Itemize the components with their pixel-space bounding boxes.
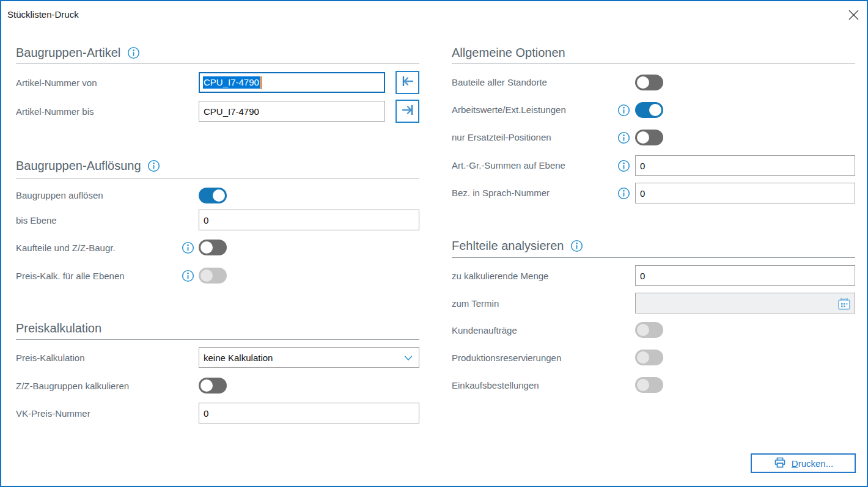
artikel-nummer-von-input[interactable]: CPU_I7-4790: [199, 72, 385, 93]
artikel-nummer-bis-input[interactable]: [199, 101, 385, 122]
field-label: Artikel-Nummer bis: [16, 106, 94, 117]
zu-kalkulierende-menge-input[interactable]: [635, 265, 855, 286]
label-rest: rucken...: [798, 458, 834, 469]
toggle-knob: [637, 324, 649, 336]
section-baugruppen-artikel: Baugruppen-Artikel: [16, 46, 140, 60]
section-title-text: Baugruppen-Artikel: [16, 46, 120, 60]
field-label: zu kalkulierende Menge: [452, 271, 548, 282]
info-icon[interactable]: [181, 241, 194, 254]
copy-from-button[interactable]: [395, 71, 419, 94]
toggle-knob: [649, 104, 661, 116]
close-button[interactable]: [845, 7, 862, 24]
toggle-knob: [213, 189, 225, 202]
close-icon: [848, 9, 859, 23]
section-divider: [16, 64, 419, 64]
preis-kalk-alle-ebenen-toggle: [199, 268, 227, 284]
drucken-button[interactable]: Drucken...: [751, 453, 856, 473]
arrow-right-to-bar-icon: [400, 102, 416, 120]
chevron-down-icon: [403, 353, 414, 365]
field-label: Baugruppen auflösen: [16, 190, 103, 201]
field-label: Kaufteile und Z/Z-Baugr.: [16, 243, 116, 254]
info-icon[interactable]: [181, 269, 194, 282]
arrow-left-to-bar-icon: [400, 73, 416, 92]
info-icon[interactable]: [147, 159, 161, 173]
section-divider: [452, 257, 855, 258]
produktionsreservierungen-toggle: [635, 350, 663, 365]
text-caret: [260, 76, 262, 89]
info-icon[interactable]: [127, 46, 140, 60]
toggle-knob: [637, 76, 649, 89]
field-label: Bauteile aller Standorte: [452, 77, 547, 88]
field-label: Kundenaufträge: [452, 325, 517, 336]
kaufteile-zz-baugr-toggle[interactable]: [199, 240, 227, 255]
field-label: nur Ersatzteil-Positionen: [452, 132, 551, 143]
section-title-text: Preiskalkulation: [16, 321, 101, 335]
section-title-text: Fehlteile analysieren: [452, 239, 564, 253]
section-title-text: Allgemeine Optionen: [452, 46, 565, 60]
section-divider: [16, 339, 419, 340]
toggle-knob: [200, 269, 213, 282]
zz-baugruppen-kalkulieren-toggle[interactable]: [199, 378, 227, 394]
info-icon[interactable]: [617, 186, 630, 200]
dialog-title: Stücklisten-Druck: [7, 9, 79, 20]
nur-ersatzteil-positionen-toggle[interactable]: [635, 130, 663, 145]
dialog-stuecklisten-druck: Stücklisten-Druck Baugruppen-Artikel Art…: [0, 0, 868, 487]
field-label: Einkaufsbestellungen: [452, 380, 539, 391]
field-label: Artikel-Nummer von: [16, 78, 97, 89]
bis-ebene-input[interactable]: [199, 210, 419, 230]
section-allgemeine-optionen: Allgemeine Optionen: [452, 46, 565, 60]
toggle-knob: [200, 379, 213, 392]
field-label: Art.-Gr.-Summen auf Ebene: [452, 160, 565, 171]
toggle-knob: [637, 351, 649, 364]
field-label: Preis-Kalk. für alle Ebenen: [16, 271, 125, 282]
section-baugruppen-aufloesung: Baugruppen-Auflösung: [16, 159, 161, 173]
field-label: Bez. in Sprach-Nummer: [452, 188, 550, 199]
preis-kalkulation-select[interactable]: keine Kalkulation: [199, 347, 419, 368]
copy-to-button[interactable]: [395, 100, 419, 123]
section-title-text: Baugruppen-Auflösung: [16, 159, 141, 173]
field-label: Arbeitswerte/Ext.Leistungen: [452, 104, 566, 115]
accesskey-letter: D: [792, 458, 798, 469]
calendar-icon: [836, 296, 852, 314]
art-gr-summen-input[interactable]: [635, 155, 855, 176]
section-divider: [452, 64, 855, 64]
section-fehlteile-analysieren: Fehlteile analysieren: [452, 239, 583, 253]
drucken-button-label: Drucken...: [792, 458, 833, 469]
field-label: Produktionsreservierungen: [452, 353, 561, 364]
selected-option: keine Kalkulation: [204, 353, 273, 363]
bez-sprach-nummer-input[interactable]: [635, 183, 855, 203]
toggle-knob: [637, 131, 649, 144]
printer-icon: [773, 456, 787, 471]
section-divider: [16, 178, 419, 178]
info-icon[interactable]: [617, 159, 630, 172]
info-icon[interactable]: [570, 240, 583, 253]
info-icon[interactable]: [617, 103, 630, 117]
field-label: Z/Z-Baugruppen kalkulieren: [16, 381, 129, 392]
field-label: VK-Preis-Nummer: [16, 408, 90, 419]
toggle-knob: [200, 241, 213, 254]
zum-termin-date-input: [635, 293, 855, 313]
bauteile-aller-standorte-toggle[interactable]: [635, 75, 663, 90]
section-preiskalkulation: Preiskalkulation: [16, 321, 101, 335]
kundenauftraege-toggle: [635, 322, 663, 338]
field-label: Preis-Kalkulation: [16, 353, 85, 364]
field-label: bis Ebene: [16, 215, 57, 226]
einkaufsbestellungen-toggle: [635, 377, 663, 393]
vk-preis-nummer-input[interactable]: [199, 403, 419, 423]
toggle-knob: [637, 379, 649, 391]
baugruppen-aufloesen-toggle[interactable]: [199, 188, 227, 203]
info-icon[interactable]: [617, 131, 630, 144]
field-label: zum Termin: [452, 298, 499, 309]
arbeitswerte-ext-leistungen-toggle[interactable]: [635, 102, 663, 118]
selected-input-text: CPU_I7-4790: [203, 76, 260, 89]
